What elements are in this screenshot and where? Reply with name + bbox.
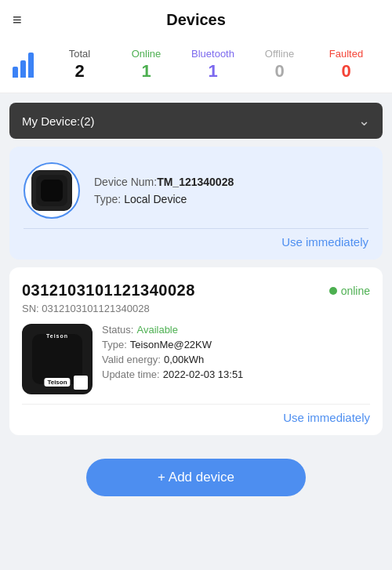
dropdown-label: My Device:(2) (22, 114, 95, 128)
online-badge: online (329, 285, 370, 297)
spec-type: Type: TeisonMe@22KW (102, 339, 370, 350)
add-device-button[interactable]: + Add device (86, 459, 306, 496)
bluetooth-value: 1 (208, 61, 217, 82)
main-card-divider (22, 404, 370, 405)
device-specs: Status: Available Type: TeisonMe@22KW Va… (102, 324, 370, 394)
stats-bar: Total 2 Online 1 Bluetooth 1 Offline 0 F… (0, 40, 392, 93)
offline-value: 0 (274, 61, 284, 82)
page-title: Devices (166, 11, 226, 29)
device-details-row: Teison Teison Status: Available Type: Te… (22, 324, 370, 394)
stats-faulted: Faulted 0 (313, 48, 379, 82)
chevron-down-icon: ⌄ (358, 112, 370, 129)
qr-icon (74, 376, 88, 390)
menu-icon[interactable]: ≡ (13, 11, 22, 29)
total-label: Total (69, 48, 90, 60)
stats-total: Total 2 (46, 48, 113, 82)
thumbnail-label: Teison (44, 378, 70, 387)
stats-online: Online 1 (113, 48, 180, 82)
chart-icon (13, 53, 34, 78)
device-info-bluetooth: Device Num:TM_121340028 Type: Local Devi… (94, 176, 368, 205)
online-dot (329, 287, 337, 295)
online-label: Online (132, 48, 162, 60)
status-value: Available (136, 324, 178, 336)
type-label: Type: (94, 193, 121, 205)
device-main-id: 031210310112134002​8 (22, 281, 195, 300)
offline-label: Offline (265, 48, 294, 60)
type-label: Type: (102, 339, 127, 350)
device-num-row: Device Num:TM_121340028 (94, 176, 368, 188)
type-value: Local Device (124, 193, 187, 205)
use-immediately-link-bluetooth[interactable]: Use immediately (24, 235, 368, 249)
device-card-bluetooth: Device Num:TM_121340028 Type: Local Devi… (9, 147, 383, 260)
spec-energy: Valid energy: 0,00kWh (102, 354, 370, 365)
stats-offline: Offline 0 (246, 48, 313, 82)
device-main-header: 031210310112134002​8 online (22, 281, 370, 300)
spec-update: Update time: 2022-02-03 13:51 (102, 369, 370, 380)
device-thumbnail: Teison Teison (22, 324, 93, 394)
brand-label: Teison (46, 333, 68, 339)
header: ≡ Devices (0, 0, 392, 40)
bluetooth-label: Bluetooth (191, 48, 234, 60)
sn-value: 031210310112134002​8 (42, 303, 149, 314)
use-immediately-link-main[interactable]: Use immediately (22, 411, 370, 424)
online-value: 1 (141, 61, 151, 82)
status-label: Status: (102, 324, 133, 336)
energy-label: Valid energy: (102, 354, 161, 365)
sn-label: SN: (22, 303, 42, 314)
add-device-wrapper: + Add device (0, 445, 392, 515)
device-icon-box (31, 170, 72, 211)
card-divider (24, 228, 368, 229)
faulted-label: Faulted (329, 48, 363, 60)
device-num-value: TM_121340028 (157, 176, 234, 188)
update-label: Update time: (102, 369, 160, 380)
stats-bluetooth: Bluetooth 1 (180, 48, 246, 82)
my-device-dropdown[interactable]: My Device:(2) ⌄ (9, 103, 383, 139)
faulted-value: 0 (341, 61, 350, 82)
device-sn: SN: 031210310112134002​8 (22, 303, 370, 314)
type-value: TeisonMe@22KW (130, 339, 212, 350)
device-icon-wrapper (24, 162, 80, 219)
device-num-label: Device Num: (94, 176, 157, 188)
spec-status: Status: Available (102, 324, 370, 336)
device-card-main: 031210310112134002​8 online SN: 03121031… (9, 267, 383, 435)
online-label: online (341, 285, 370, 297)
total-value: 2 (74, 61, 84, 82)
device-type-row: Type: Local Device (94, 193, 368, 205)
energy-value: 0,00kWh (164, 354, 204, 365)
cards-container: Device Num:TM_121340028 Type: Local Devi… (0, 147, 392, 445)
update-value: 2022-02-03 13:51 (163, 369, 244, 380)
